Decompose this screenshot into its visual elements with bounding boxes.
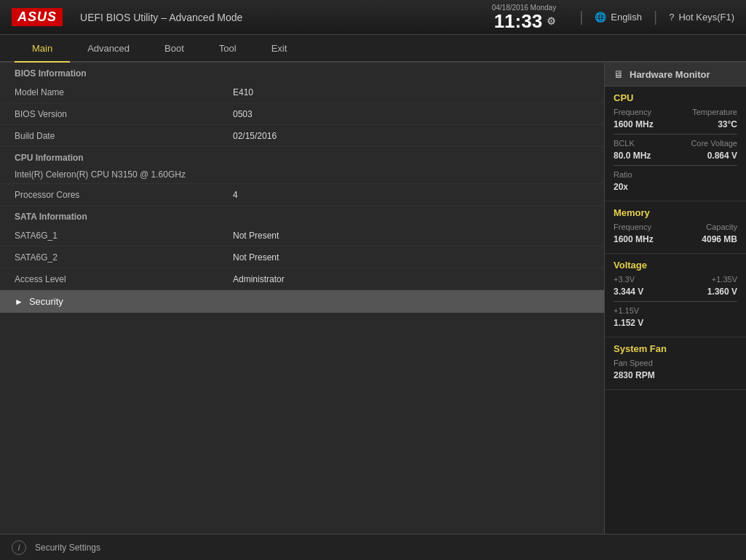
sata6g1-row: SATA6G_1 Not Present [0, 225, 604, 247]
nav-boot[interactable]: Boot [147, 35, 202, 63]
cpu-temp-value: 33°C [718, 119, 737, 129]
app-title: UEFI BIOS Utility – Advanced Mode [80, 12, 480, 23]
sata6g2-label: SATA6G_2 [15, 252, 233, 263]
sata6g1-value: Not Present [233, 231, 279, 241]
question-icon: ? [669, 12, 674, 23]
access-level-label: Access Level [15, 274, 233, 284]
security-row[interactable]: ► Security [0, 290, 604, 313]
volt-115-value-row: 1.152 V [614, 318, 737, 328]
nav-main[interactable]: Main [15, 35, 70, 63]
cpu-info-section: CPU Information [0, 147, 604, 166]
volt-33-row: +3.3V +1.35V [614, 275, 737, 284]
voltage-section-title: Voltage [614, 260, 737, 271]
security-arrow-icon: ► [15, 297, 23, 307]
main-content: BIOS Information Model Name E410 BIOS Ve… [0, 63, 746, 534]
cpu-corev-label: Core Voltage [691, 139, 737, 148]
nav-bar: Main Advanced Boot Tool Exit [0, 35, 746, 63]
top-bar: ASUS UEFI BIOS Utility – Advanced Mode 0… [0, 0, 746, 35]
sata6g2-row: SATA6G_2 Not Present [0, 247, 604, 268]
bios-version-value: 0503 [233, 109, 253, 119]
language-selector[interactable]: 🌐 English [595, 12, 642, 23]
time-display: 11:33 ⚙ [494, 12, 557, 31]
bios-version-label: BIOS Version [15, 109, 233, 119]
cpu-bclk-value: 80.0 MHz [614, 151, 651, 161]
cpu-ratio-value: 20x [614, 182, 628, 192]
datetime-block: 04/18/2016 Monday 11:33 ⚙ [492, 4, 556, 31]
hw-monitor-title: Hardware Monitor [630, 69, 710, 80]
cpu-freq-value: 1600 MHz [614, 119, 654, 129]
info-icon: i [12, 540, 26, 555]
gear-icon[interactable]: ⚙ [547, 16, 556, 26]
cpu-temp-label: Temperature [692, 108, 737, 116]
volt-33-value-row: 3.344 V 1.360 V [614, 287, 737, 297]
build-date-label: Build Date [15, 131, 233, 141]
mem-freq-label: Frequency [614, 223, 651, 231]
monitor-icon: 🖥 [614, 68, 624, 80]
divider: | [654, 9, 657, 25]
nav-exit[interactable]: Exit [254, 35, 305, 63]
left-panel: BIOS Information Model Name E410 BIOS Ve… [0, 63, 604, 534]
cpu-corev-value: 0.864 V [707, 151, 737, 161]
bios-version-row: BIOS Version 0503 [0, 103, 604, 125]
sata-info-section: SATA Information [0, 206, 604, 225]
model-name-label: Model Name [15, 87, 233, 97]
cpu-ratio-label: Ratio [614, 170, 632, 179]
cpu-freq-row: Frequency Temperature [614, 108, 737, 116]
volt-135-value: 1.360 V [707, 287, 737, 297]
cpu-bclk-value-row: 80.0 MHz 0.864 V [614, 151, 737, 161]
fan-speed-value: 2830 RPM [614, 370, 655, 380]
access-level-value: Administrator [233, 274, 285, 284]
status-text: Security Settings [35, 543, 100, 553]
model-name-row: Model Name E410 [0, 81, 604, 103]
memory-section-title: Memory [614, 207, 737, 218]
mem-freq-value: 1600 MHz [614, 234, 654, 244]
cpu-bclk-label: BCLK [614, 139, 635, 148]
cpu-section: CPU Frequency Temperature 1600 MHz 33°C … [605, 87, 746, 201]
globe-icon: 🌐 [595, 12, 606, 23]
build-date-value: 02/15/2016 [233, 131, 277, 141]
cpu-bclk-row: BCLK Core Voltage [614, 139, 737, 148]
mem-cap-value: 4096 MB [702, 234, 737, 244]
volt-115-label: +1.15V [614, 306, 639, 315]
system-fan-title: System Fan [614, 343, 737, 354]
system-fan-section: System Fan Fan Speed 2830 RPM [605, 337, 746, 390]
sata6g2-value: Not Present [233, 252, 279, 263]
mem-cap-label: Capacity [706, 223, 737, 231]
hw-monitor-header: 🖥 Hardware Monitor [605, 63, 746, 87]
fan-speed-label: Fan Speed [614, 359, 653, 367]
nav-advanced[interactable]: Advanced [70, 35, 147, 63]
cpu-section-title: CPU [614, 92, 737, 103]
language-label: English [611, 12, 642, 23]
mem-labels-row: Frequency Capacity [614, 223, 737, 231]
divider: | [579, 9, 583, 25]
asus-logo: ASUS [12, 8, 63, 26]
volt-115-label-row: +1.15V [614, 306, 737, 315]
security-label: Security [29, 296, 63, 307]
cpu-ratio-value-row: 20x [614, 182, 737, 192]
model-name-value: E410 [233, 87, 253, 97]
cpu-info-value: Intel(R) Celeron(R) CPU N3150 @ 1.60GHz [15, 169, 233, 180]
fan-speed-value-row: 2830 RPM [614, 370, 737, 380]
volt-115-value: 1.152 V [614, 318, 643, 328]
nav-tool[interactable]: Tool [202, 35, 254, 63]
access-level-row: Access Level Administrator [0, 268, 604, 290]
hotkeys-button[interactable]: ? Hot Keys(F1) [669, 12, 734, 23]
processor-cores-label: Processor Cores [15, 190, 233, 200]
voltage-section: Voltage +3.3V +1.35V 3.344 V 1.360 V +1.… [605, 254, 746, 337]
bios-info-section: BIOS Information [0, 63, 604, 81]
mem-values-row: 1600 MHz 4096 MB [614, 234, 737, 244]
cpu-ratio-label-row: Ratio [614, 170, 737, 179]
hotkeys-label: Hot Keys(F1) [678, 12, 734, 23]
build-date-row: Build Date 02/15/2016 [0, 125, 604, 147]
sata6g1-label: SATA6G_1 [15, 231, 233, 241]
volt-33-label: +3.3V [614, 275, 635, 284]
fan-speed-label-row: Fan Speed [614, 359, 737, 367]
cpu-freq-value-row: 1600 MHz 33°C [614, 119, 737, 129]
processor-cores-value: 4 [233, 190, 238, 200]
volt-33-value: 3.344 V [614, 287, 643, 297]
memory-section: Memory Frequency Capacity 1600 MHz 4096 … [605, 201, 746, 254]
status-bar: i Security Settings [0, 534, 746, 560]
cpu-info-row: Intel(R) Celeron(R) CPU N3150 @ 1.60GHz [0, 166, 604, 184]
cpu-freq-label: Frequency [614, 108, 651, 116]
processor-cores-row: Processor Cores 4 [0, 184, 604, 206]
